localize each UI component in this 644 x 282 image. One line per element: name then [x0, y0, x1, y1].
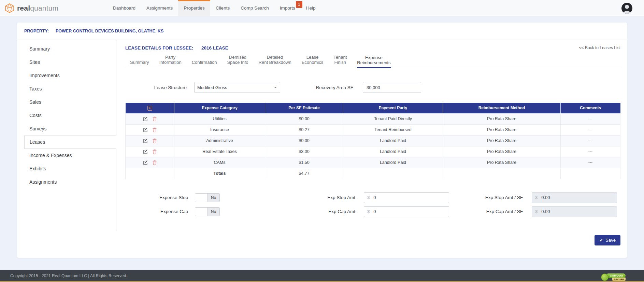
nav-item-label: Help: [306, 5, 316, 11]
table-row-cams: CAMs$1.50Landlord PaidPro Rata Share---: [126, 157, 620, 168]
cell-method: Pro Rata Share: [443, 146, 561, 157]
tab-label-line: Expense: [357, 55, 390, 60]
expense-stop-toggle[interactable]: No: [195, 193, 220, 202]
sidebar-item-sales[interactable]: Sales: [17, 96, 116, 109]
row-actions: [126, 116, 174, 121]
exp-cap-amt-input[interactable]: [373, 209, 449, 214]
sidebar-item-leases[interactable]: Leases: [24, 136, 116, 149]
tab-detailed-rent-breakdown[interactable]: DetailedRent Breakdown: [259, 51, 291, 68]
lease-content: LEASE DETAILS FOR LESSEE: 2016 LEASE << …: [116, 40, 627, 245]
table-row-real-estate-taxes: Real Estate Taxes$3.00Landlord PaidPro R…: [126, 146, 620, 157]
exp-cap-amt-sf-label: Exp Cap Amt / SF: [449, 209, 523, 214]
delete-row-icon[interactable]: [153, 160, 157, 165]
exp-stop-amt-input[interactable]: [373, 195, 449, 200]
sidebar-item-income-expenses[interactable]: Income & Expenses: [17, 149, 116, 162]
tab-expense-reimbursements[interactable]: ExpenseReimbursements: [357, 51, 390, 68]
exp-cap-amt-sf-group: $: [532, 206, 617, 217]
cell-per-sf: $0.00: [265, 135, 343, 146]
edit-row-icon[interactable]: [143, 117, 148, 121]
sidebar-item-surveys[interactable]: Surveys: [17, 122, 116, 136]
nav-item-imports[interactable]: Imports1: [274, 0, 301, 16]
tab-demised-space-info[interactable]: DemisedSpace Info: [227, 51, 248, 68]
property-name-link[interactable]: POWER CONTROL DEVICES BUILDING, OLATHE, …: [56, 29, 163, 33]
delete-row-icon[interactable]: [153, 127, 157, 132]
comodo-secure-badge[interactable]: COMODO SECURE: [601, 273, 626, 281]
cell-comments: ---: [561, 135, 620, 146]
edit-row-icon[interactable]: [143, 150, 148, 154]
save-button-label: Save: [605, 238, 616, 243]
cell-payment-party: Landlord Paid: [343, 135, 443, 146]
property-sidebar: SummarySitesImprovementsTaxesSalesCostsS…: [17, 40, 116, 231]
user-avatar[interactable]: [621, 3, 632, 14]
tab-tenant-finish[interactable]: TenantFinish: [333, 51, 347, 68]
sidebar-item-summary[interactable]: Summary: [17, 42, 116, 56]
cell-comments: ---: [561, 124, 620, 135]
toggle-knob: [195, 194, 207, 202]
delete-row-icon[interactable]: [153, 138, 157, 143]
nav-item-label: Assignments: [146, 5, 173, 11]
expense-cap-toggle[interactable]: No: [195, 207, 220, 216]
cell-category: Insurance: [174, 124, 265, 135]
totals-per-sf: $4.77: [265, 168, 343, 179]
lease-title-label: LEASE DETAILS FOR LESSEE:: [125, 45, 193, 51]
tab-party-information[interactable]: PartyInformation: [159, 51, 182, 68]
exp-stop-amt-sf-group: $: [532, 192, 617, 203]
tab-label-line: Information: [159, 60, 182, 65]
cell-category: Real Estate Taxes: [174, 146, 265, 157]
lease-name: 2016 LEASE: [201, 45, 228, 51]
tab-lease-economics[interactable]: LeaseEconomics: [302, 51, 324, 68]
tab-label-line: Confirmation: [192, 60, 217, 65]
edit-row-icon[interactable]: [143, 128, 148, 132]
nav-item-clients[interactable]: Clients: [210, 0, 235, 16]
nav-item-help[interactable]: Help: [301, 0, 321, 16]
row-actions: [126, 138, 174, 143]
lease-structure-select[interactable]: Modified Gross: [194, 82, 280, 93]
add-expense-row-icon[interactable]: +: [147, 106, 152, 111]
exp-stop-amt-sf-label: Exp Stop Amt / SF: [449, 195, 523, 200]
check-icon: ✔: [599, 238, 603, 243]
col-expense-category: Expense Category: [174, 103, 265, 113]
tab-label-line: Reimbursements: [357, 60, 390, 65]
cell-comments: ---: [561, 157, 620, 168]
save-button[interactable]: ✔ Save: [595, 235, 620, 245]
cell-comments: ---: [561, 113, 620, 124]
expense-stop-label: Expense Stop: [125, 195, 188, 200]
exp-stop-amt-group: $: [364, 192, 449, 203]
delete-row-icon[interactable]: [153, 116, 157, 121]
currency-prefix: $: [364, 195, 373, 200]
tab-summary[interactable]: Summary: [130, 56, 149, 68]
col-per-sf-estimate: Per SF Estimate: [265, 103, 343, 113]
edit-row-icon[interactable]: [143, 160, 148, 165]
sidebar-item-assignments[interactable]: Assignments: [17, 175, 116, 189]
toggle-knob: [195, 208, 207, 216]
brand[interactable]: realquantum: [0, 0, 108, 16]
nav-item-properties[interactable]: Properties: [178, 0, 210, 16]
totals-label: Totals: [174, 168, 265, 179]
table-header-row: + Expense Category Per SF Estimate Payme…: [126, 103, 620, 113]
expense-table: + Expense Category Per SF Estimate Payme…: [125, 103, 620, 179]
nav-item-comp-search[interactable]: Comp Search: [235, 0, 274, 16]
brand-logo-icon: [4, 3, 15, 13]
sidebar-item-costs[interactable]: Costs: [17, 109, 116, 122]
currency-prefix: $: [532, 195, 541, 200]
sidebar-item-sites[interactable]: Sites: [17, 56, 116, 69]
cell-method: Pro Rata Share: [443, 135, 561, 146]
back-to-leases-link[interactable]: << Back to Leases List: [579, 45, 620, 50]
sidebar-item-exhibits[interactable]: Exhibits: [17, 162, 116, 175]
page-footer: Copyright 2015 - 2021 Real Quantum LLC |…: [0, 270, 644, 282]
recovery-area-input[interactable]: [363, 82, 421, 93]
delete-row-icon[interactable]: [153, 149, 157, 154]
nav-item-assignments[interactable]: Assignments: [141, 0, 178, 16]
edit-row-icon[interactable]: [143, 139, 148, 143]
property-label: PROPERTY:: [24, 29, 49, 33]
cell-method: Pro Rata Share: [443, 157, 561, 168]
nav-item-dashboard[interactable]: Dashboard: [108, 0, 141, 16]
tab-label-line: Finish: [333, 60, 347, 65]
tab-label-line: Lease: [302, 55, 324, 60]
toggle-state-label: No: [207, 208, 219, 216]
exp-stop-amt-sf-input: [541, 195, 617, 200]
tab-confirmation[interactable]: Confirmation: [192, 56, 217, 68]
sidebar-item-improvements[interactable]: Improvements: [17, 69, 116, 82]
col-payment-party: Payment Party: [343, 103, 443, 113]
sidebar-item-taxes[interactable]: Taxes: [17, 82, 116, 96]
